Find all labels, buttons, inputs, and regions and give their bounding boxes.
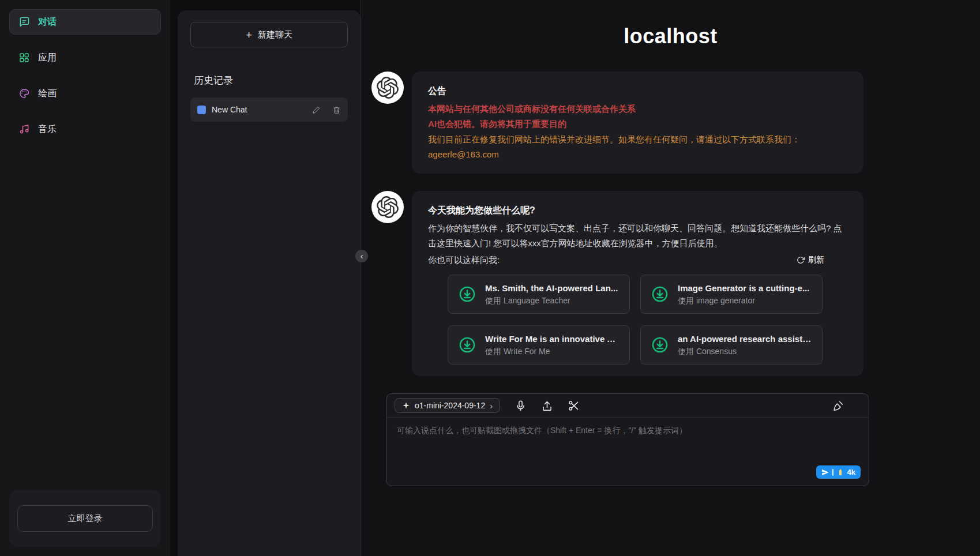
download-circle-icon [457,284,477,304]
announcement-warning: AI也会犯错。请勿将其用于重要目的 [428,117,847,132]
model-selector[interactable]: o1-mini-2024-09-12 › [395,398,500,413]
openai-logo-icon [371,72,404,104]
new-chat-label: 新建聊天 [258,29,292,40]
broom-icon[interactable] [832,400,844,412]
collapse-chevron-icon: ‹ [361,252,363,260]
refresh-icon [797,256,805,264]
download-circle-icon [650,335,670,355]
suggestion-text: Write For Me is an innovative A... 使用 Wr… [485,332,620,358]
suggestion-title: Ms. Smith, the AI-powered Lan... [485,281,618,295]
sparkle-icon [402,401,410,410]
announcement-bubble: 公告 本网站与任何其他公司或商标没有任何关联或合作关系 AI也会犯错。请勿将其用… [412,72,863,174]
page-title: localhost [361,24,980,48]
edit-icon[interactable] [312,106,321,114]
suggestion-title: Image Generator is a cutting-e... [678,281,809,295]
divider [832,469,833,476]
history-heading: 历史记录 [194,74,348,87]
message-welcome: 今天我能为您做些什么呢? 作为你的智慧伙伴，我不仅可以写文案、出点子，还可以和你… [371,191,980,376]
new-chat-button[interactable]: + 新建聊天 [190,22,348,47]
composer: o1-mini-2024-09-12 › [386,393,869,486]
composer-toolbar: o1-mini-2024-09-12 › [386,394,869,418]
sidebar-item-label: 应用 [38,52,57,64]
download-circle-icon [457,335,477,355]
download-circle-icon [650,284,670,304]
login-card: 立即登录 [9,490,161,547]
sidebar-item-drawing[interactable]: 绘画 [9,81,161,106]
message-announcement: 公告 本网站与任何其他公司或商标没有任何关联或合作关系 AI也会犯错。请勿将其用… [371,72,980,174]
suggestion-text: an AI-powered research assista... 使用 Con… [678,332,813,358]
suggestion-text: Image Generator is a cutting-e... 使用 ima… [678,281,809,307]
chat-color-icon [197,106,206,114]
palette-icon [18,88,30,99]
sidebar-item-chat[interactable]: 对话 [9,9,161,35]
chevron-right-icon: › [490,401,493,410]
suggestion-text: Ms. Smith, the AI-powered Lan... 使用 Lang… [485,281,618,307]
composer-body: 4k [386,418,869,486]
message-list: 公告 本网站与任何其他公司或商标没有任何关联或合作关系 AI也会犯错。请勿将其用… [361,58,980,376]
token-count-badge: 4k [847,468,855,476]
upload-icon[interactable] [541,400,553,412]
ask-hint: 你也可以这样问我: [428,253,500,268]
suggestion-card[interactable]: Write For Me is an innovative A... 使用 Wr… [448,325,630,365]
music-note-icon [18,123,30,135]
suggestion-subtitle: 使用 Language Teacher [485,295,618,307]
welcome-body: 作为你的智慧伙伴，我不仅可以写文案、出点子，还可以和你聊天、回答问题。想知道我还… [428,221,847,251]
send-button[interactable]: 4k [816,465,861,479]
chat-main: localhost 公告 本网站与任何其他公司或商标没有任何关联或合作关系 AI… [361,0,980,556]
ask-row: 你也可以这样问我: 刷新 [428,253,824,268]
history-item[interactable]: New Chat [190,97,348,122]
sidebar-item-music[interactable]: 音乐 [9,117,161,142]
chat-bubble-icon [18,16,30,28]
contact-email-link[interactable]: ageerle@163.com [428,149,499,159]
suggestion-subtitle: 使用 image generator [678,295,809,307]
suggestion-subtitle: 使用 Consensus [678,345,813,358]
plus-icon: + [246,29,252,40]
history-item-title: New Chat [212,105,247,114]
sidebar-item-apps[interactable]: 应用 [9,45,161,70]
trash-icon[interactable] [332,106,341,114]
scissors-icon[interactable] [568,400,580,412]
suggestion-title: Write For Me is an innovative A... [485,332,620,345]
suggestion-title: an AI-powered research assista... [678,332,813,345]
model-name: o1-mini-2024-09-12 [415,401,485,410]
welcome-title: 今天我能为您做些什么呢? [428,202,847,219]
login-button[interactable]: 立即登录 [17,505,153,532]
welcome-bubble: 今天我能为您做些什么呢? 作为你的智慧伙伴，我不仅可以写文案、出点子，还可以和你… [412,191,863,376]
openai-logo-icon [371,191,404,223]
battery-icon [836,468,844,476]
suggestion-subtitle: 使用 Write For Me [485,345,620,358]
apps-grid-icon [18,52,30,63]
suggestion-cards: Ms. Smith, the AI-powered Lan... 使用 Lang… [448,275,847,365]
sidebar-item-label: 绘画 [38,88,57,100]
message-input[interactable] [386,418,869,459]
history-panel: + 新建聊天 历史记录 New Chat [178,10,361,556]
sidebar: 对话 应用 绘画 音乐 立即登录 [0,0,170,556]
suggestion-card[interactable]: Ms. Smith, the AI-powered Lan... 使用 Lang… [448,275,630,314]
app-root: 对话 应用 绘画 音乐 立即登录 + 新建聊天 历 [0,0,980,556]
announcement-notice: 我们目前正在修复我们网站上的错误并改进细节。如果您有任何疑问，请通过以下方式联系… [428,132,847,147]
refresh-label: 刷新 [808,253,824,267]
announcement-title: 公告 [428,83,847,99]
announcement-disclaimer: 本网站与任何其他公司或商标没有任何关联或合作关系 [428,102,847,117]
mic-icon[interactable] [515,400,527,412]
collapse-sidebar-button[interactable]: ‹ [355,250,368,262]
suggestion-card[interactable]: Image Generator is a cutting-e... 使用 ima… [640,275,823,314]
send-plane-icon [821,468,829,476]
sidebar-item-label: 对话 [38,16,57,28]
refresh-button[interactable]: 刷新 [797,253,824,267]
suggestion-card[interactable]: an AI-powered research assista... 使用 Con… [640,325,823,365]
sidebar-item-label: 音乐 [38,123,57,136]
